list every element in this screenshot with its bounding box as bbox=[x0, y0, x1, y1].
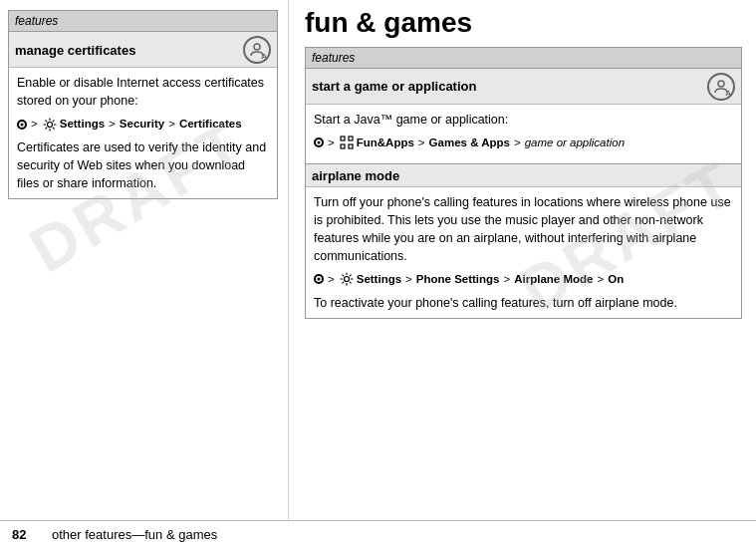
airplane-mode-body: Turn off your phone's calling features i… bbox=[306, 187, 741, 318]
airplane-nav-path: > Settings > Phone Settings > Airplane M… bbox=[314, 271, 624, 288]
nav-sep-6: > bbox=[514, 135, 521, 151]
manage-certificates-title-row: manage certificates A bbox=[9, 32, 277, 68]
start-game-icon-circle: A bbox=[707, 73, 735, 101]
svg-point-1 bbox=[47, 122, 52, 127]
nav-sep-4: > bbox=[328, 135, 335, 151]
start-game-section: start a game or application A Start a Ja… bbox=[306, 69, 741, 164]
page-footer: 82 other features—fun & games bbox=[0, 520, 756, 548]
nav-sep-3: > bbox=[168, 116, 175, 133]
start-game-title-row: start a game or application A bbox=[306, 69, 741, 105]
start-game-text-1: Start a Java™ game or application: bbox=[314, 111, 733, 129]
airplane-mode-section: airplane mode Turn off your phone's call… bbox=[306, 164, 741, 318]
cert-body-text-2: Certificates are used to verify the iden… bbox=[17, 138, 269, 192]
icon-sub-a: A bbox=[261, 52, 267, 61]
left-features-label: features bbox=[15, 14, 58, 28]
left-features-box: features manage certificates A Enable or… bbox=[8, 10, 278, 199]
apps-icon bbox=[339, 135, 355, 150]
settings-icon-2 bbox=[339, 271, 355, 287]
right-features-label: features bbox=[312, 51, 355, 65]
nav-dot-icon bbox=[17, 120, 27, 130]
nav-sep-1: > bbox=[31, 116, 38, 133]
nav-sep-5: > bbox=[418, 135, 425, 151]
nav-dot-3 bbox=[314, 274, 324, 284]
cert-nav-path: > Settings > Security > Certificates bbox=[17, 116, 242, 133]
manage-certificates-section: manage certificates A Enable or disable … bbox=[9, 32, 277, 198]
nav-security: Security bbox=[120, 116, 164, 133]
icon-sub-a-2: A bbox=[725, 89, 731, 98]
svg-rect-5 bbox=[341, 144, 345, 148]
page-title: fun & games bbox=[305, 8, 742, 39]
airplane-mode-title-row: airplane mode bbox=[306, 164, 741, 187]
nav-sep-8: > bbox=[405, 271, 412, 288]
start-game-title: start a game or application bbox=[312, 79, 476, 94]
svg-rect-6 bbox=[349, 144, 353, 148]
nav-airplane-mode: Airplane Mode bbox=[514, 271, 593, 288]
left-features-header: features bbox=[9, 11, 277, 32]
start-game-body: Start a Java™ game or application: > bbox=[306, 105, 741, 163]
page-number: 82 bbox=[12, 527, 36, 542]
start-game-nav-path: > Fun&Apps > Games & Apps > bbox=[314, 135, 625, 151]
cert-body-text-1: Enable or disable Internet access certif… bbox=[17, 74, 269, 110]
nav-settings-2: Settings bbox=[357, 271, 401, 288]
nav-on: On bbox=[608, 271, 624, 288]
nav-phone-settings: Phone Settings bbox=[416, 271, 500, 288]
airplane-text-2: To reactivate your phone's calling featu… bbox=[314, 294, 733, 312]
left-column: features manage certificates A Enable or… bbox=[0, 0, 289, 520]
right-features-header: features bbox=[306, 48, 741, 69]
nav-dot-2 bbox=[314, 137, 324, 147]
section-icon-circle: A bbox=[243, 36, 271, 64]
nav-game-or-app: game or application bbox=[525, 135, 625, 151]
right-column: fun & games features start a game or app… bbox=[289, 0, 756, 520]
svg-point-7 bbox=[344, 277, 349, 282]
airplane-mode-title: airplane mode bbox=[312, 168, 399, 183]
svg-rect-4 bbox=[349, 137, 353, 140]
footer-text: other features—fun & games bbox=[52, 527, 217, 542]
nav-gamesapps: Games & Apps bbox=[429, 135, 510, 151]
nav-settings: Settings bbox=[60, 116, 105, 133]
nav-sep-10: > bbox=[597, 271, 604, 288]
airplane-text-1: Turn off your phone's calling features i… bbox=[314, 193, 733, 266]
manage-certificates-title: manage certificates bbox=[15, 43, 135, 58]
nav-sep-7: > bbox=[328, 271, 335, 288]
svg-point-0 bbox=[254, 44, 260, 50]
svg-rect-3 bbox=[341, 137, 345, 140]
nav-funapps: Fun&Apps bbox=[357, 135, 414, 151]
settings-icon bbox=[42, 117, 58, 133]
svg-point-2 bbox=[718, 81, 724, 87]
nav-sep-2: > bbox=[109, 116, 116, 133]
right-features-box: features start a game or application A S… bbox=[305, 47, 742, 319]
nav-sep-9: > bbox=[504, 271, 511, 288]
manage-certificates-body: Enable or disable Internet access certif… bbox=[9, 68, 277, 198]
nav-certificates: Certificates bbox=[179, 116, 242, 133]
